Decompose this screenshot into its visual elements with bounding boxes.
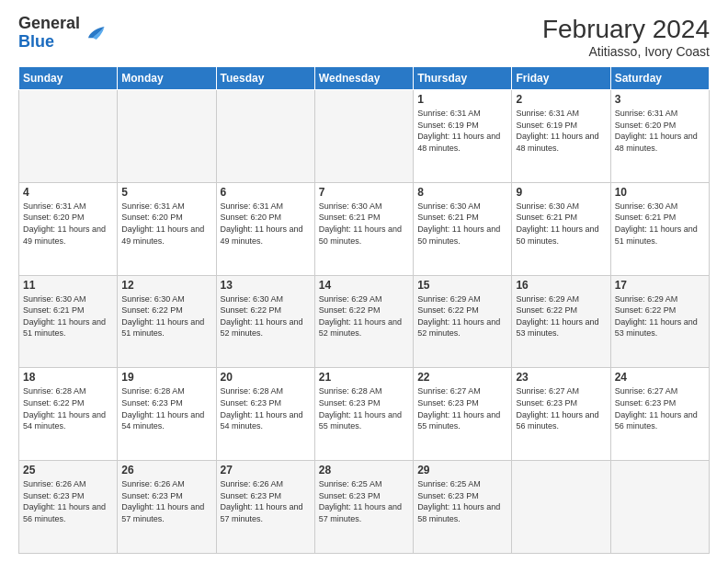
table-row: 28Sunrise: 6:25 AM Sunset: 6:23 PM Dayli… (314, 461, 413, 554)
day-number: 17 (615, 279, 705, 292)
table-row (512, 461, 610, 554)
table-row: 7Sunrise: 6:30 AM Sunset: 6:21 PM Daylig… (314, 182, 413, 275)
day-number: 18 (23, 371, 113, 384)
day-info: Sunrise: 6:31 AM Sunset: 6:20 PM Dayligh… (23, 201, 113, 247)
day-info: Sunrise: 6:31 AM Sunset: 6:20 PM Dayligh… (221, 201, 311, 247)
table-row: 20Sunrise: 6:28 AM Sunset: 6:23 PM Dayli… (216, 368, 314, 461)
day-info: Sunrise: 6:26 AM Sunset: 6:23 PM Dayligh… (221, 478, 311, 524)
day-number: 2 (516, 93, 606, 106)
day-info: Sunrise: 6:31 AM Sunset: 6:19 PM Dayligh… (516, 108, 606, 154)
header-monday: Monday (118, 67, 216, 90)
day-number: 5 (121, 186, 211, 199)
page: General Blue February 2024 Atitiasso, Iv… (0, 0, 728, 563)
day-number: 24 (615, 371, 705, 384)
day-info: Sunrise: 6:29 AM Sunset: 6:22 PM Dayligh… (319, 293, 409, 339)
table-row: 25Sunrise: 6:26 AM Sunset: 6:23 PM Dayli… (19, 461, 118, 554)
table-row: 5Sunrise: 6:31 AM Sunset: 6:20 PM Daylig… (118, 182, 216, 275)
table-row: 21Sunrise: 6:28 AM Sunset: 6:23 PM Dayli… (314, 368, 413, 461)
day-info: Sunrise: 6:28 AM Sunset: 6:23 PM Dayligh… (319, 385, 409, 431)
day-number: 29 (417, 464, 507, 477)
table-row: 4Sunrise: 6:31 AM Sunset: 6:20 PM Daylig… (19, 182, 118, 275)
day-number: 12 (121, 279, 211, 292)
header-friday: Friday (512, 67, 610, 90)
table-row: 27Sunrise: 6:26 AM Sunset: 6:23 PM Dayli… (216, 461, 314, 554)
day-number: 21 (319, 371, 409, 384)
day-info: Sunrise: 6:30 AM Sunset: 6:21 PM Dayligh… (516, 201, 606, 247)
header-tuesday: Tuesday (216, 67, 314, 90)
day-info: Sunrise: 6:30 AM Sunset: 6:22 PM Dayligh… (121, 293, 211, 339)
table-row: 17Sunrise: 6:29 AM Sunset: 6:22 PM Dayli… (610, 275, 709, 368)
calendar-week-2: 4Sunrise: 6:31 AM Sunset: 6:20 PM Daylig… (19, 182, 710, 275)
day-info: Sunrise: 6:26 AM Sunset: 6:23 PM Dayligh… (23, 478, 113, 524)
table-row (314, 90, 413, 183)
header-wednesday: Wednesday (314, 67, 413, 90)
day-info: Sunrise: 6:30 AM Sunset: 6:21 PM Dayligh… (417, 201, 507, 247)
header-saturday: Saturday (610, 67, 709, 90)
header-sunday: Sunday (19, 67, 118, 90)
day-number: 9 (516, 186, 606, 199)
calendar-week-5: 25Sunrise: 6:26 AM Sunset: 6:23 PM Dayli… (19, 461, 710, 554)
location: Atitiasso, Ivory Coast (542, 44, 710, 59)
day-number: 15 (417, 279, 507, 292)
day-info: Sunrise: 6:27 AM Sunset: 6:23 PM Dayligh… (417, 385, 507, 431)
day-info: Sunrise: 6:31 AM Sunset: 6:19 PM Dayligh… (417, 108, 507, 154)
table-row: 12Sunrise: 6:30 AM Sunset: 6:22 PM Dayli… (118, 275, 216, 368)
day-info: Sunrise: 6:28 AM Sunset: 6:22 PM Dayligh… (23, 385, 113, 431)
day-info: Sunrise: 6:27 AM Sunset: 6:23 PM Dayligh… (615, 385, 705, 431)
day-number: 13 (221, 279, 311, 292)
day-number: 26 (121, 464, 211, 477)
header: General Blue February 2024 Atitiasso, Iv… (18, 15, 710, 59)
month-year: February 2024 (542, 15, 710, 44)
table-row: 24Sunrise: 6:27 AM Sunset: 6:23 PM Dayli… (610, 368, 709, 461)
day-info: Sunrise: 6:30 AM Sunset: 6:21 PM Dayligh… (23, 293, 113, 339)
table-row (19, 90, 118, 183)
header-thursday: Thursday (414, 67, 512, 90)
day-info: Sunrise: 6:28 AM Sunset: 6:23 PM Dayligh… (221, 385, 311, 431)
day-number: 3 (615, 93, 705, 106)
table-row: 9Sunrise: 6:30 AM Sunset: 6:21 PM Daylig… (512, 182, 610, 275)
calendar-week-1: 1Sunrise: 6:31 AM Sunset: 6:19 PM Daylig… (19, 90, 710, 183)
table-row: 13Sunrise: 6:30 AM Sunset: 6:22 PM Dayli… (216, 275, 314, 368)
day-number: 4 (23, 186, 113, 199)
table-row: 10Sunrise: 6:30 AM Sunset: 6:21 PM Dayli… (610, 182, 709, 275)
day-number: 19 (121, 371, 211, 384)
logo: General Blue (18, 15, 108, 52)
table-row: 6Sunrise: 6:31 AM Sunset: 6:20 PM Daylig… (216, 182, 314, 275)
day-number: 16 (516, 279, 606, 292)
day-number: 1 (417, 93, 507, 106)
table-row: 26Sunrise: 6:26 AM Sunset: 6:23 PM Dayli… (118, 461, 216, 554)
day-info: Sunrise: 6:29 AM Sunset: 6:22 PM Dayligh… (417, 293, 507, 339)
day-info: Sunrise: 6:28 AM Sunset: 6:23 PM Dayligh… (121, 385, 211, 431)
title-block: February 2024 Atitiasso, Ivory Coast (542, 15, 710, 59)
calendar-table: Sunday Monday Tuesday Wednesday Thursday… (18, 66, 710, 554)
day-number: 20 (221, 371, 311, 384)
table-row: 19Sunrise: 6:28 AM Sunset: 6:23 PM Dayli… (118, 368, 216, 461)
day-number: 25 (23, 464, 113, 477)
table-row: 23Sunrise: 6:27 AM Sunset: 6:23 PM Dayli… (512, 368, 610, 461)
day-number: 27 (221, 464, 311, 477)
table-row: 14Sunrise: 6:29 AM Sunset: 6:22 PM Dayli… (314, 275, 413, 368)
day-number: 8 (417, 186, 507, 199)
logo-text: General Blue (18, 15, 80, 52)
day-info: Sunrise: 6:26 AM Sunset: 6:23 PM Dayligh… (121, 478, 211, 524)
table-row: 16Sunrise: 6:29 AM Sunset: 6:22 PM Dayli… (512, 275, 610, 368)
table-row: 29Sunrise: 6:25 AM Sunset: 6:23 PM Dayli… (414, 461, 512, 554)
logo-general: General (18, 14, 80, 32)
day-number: 14 (319, 279, 409, 292)
table-row: 15Sunrise: 6:29 AM Sunset: 6:22 PM Dayli… (414, 275, 512, 368)
table-row: 22Sunrise: 6:27 AM Sunset: 6:23 PM Dayli… (414, 368, 512, 461)
day-info: Sunrise: 6:27 AM Sunset: 6:23 PM Dayligh… (516, 385, 606, 431)
day-info: Sunrise: 6:25 AM Sunset: 6:23 PM Dayligh… (417, 478, 507, 524)
day-number: 11 (23, 279, 113, 292)
table-row (216, 90, 314, 183)
table-row: 8Sunrise: 6:30 AM Sunset: 6:21 PM Daylig… (414, 182, 512, 275)
calendar-week-4: 18Sunrise: 6:28 AM Sunset: 6:22 PM Dayli… (19, 368, 710, 461)
calendar-week-3: 11Sunrise: 6:30 AM Sunset: 6:21 PM Dayli… (19, 275, 710, 368)
day-info: Sunrise: 6:30 AM Sunset: 6:21 PM Dayligh… (615, 201, 705, 247)
day-info: Sunrise: 6:30 AM Sunset: 6:21 PM Dayligh… (319, 201, 409, 247)
day-number: 7 (319, 186, 409, 199)
day-number: 6 (221, 186, 311, 199)
table-row: 18Sunrise: 6:28 AM Sunset: 6:22 PM Dayli… (19, 368, 118, 461)
day-number: 10 (615, 186, 705, 199)
table-row: 11Sunrise: 6:30 AM Sunset: 6:21 PM Dayli… (19, 275, 118, 368)
